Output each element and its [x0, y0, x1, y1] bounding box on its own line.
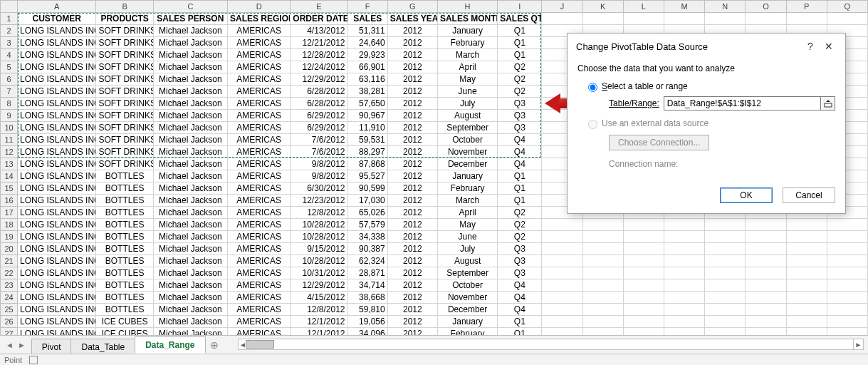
sheet-tab-bar[interactable]: ◄ ► PivotData_TableData_Range ⊕ ◄ ► — [0, 335, 868, 354]
cell[interactable]: 9/15/2012 — [291, 243, 347, 255]
cell[interactable]: Michael Jackson — [153, 86, 227, 98]
cell[interactable]: AMERICAS — [228, 61, 291, 73]
row-header-17[interactable]: 17 — [1, 207, 18, 219]
cell[interactable] — [582, 243, 623, 255]
cell[interactable] — [542, 219, 582, 231]
table-row[interactable]: 1CUSTOMERPRODUCTSSALES PERSONSALES REGIO… — [1, 13, 868, 25]
table-row[interactable]: 24LONG ISLANDS INCBOTTLESMichael Jackson… — [1, 292, 868, 304]
cell[interactable]: Q2 — [498, 61, 542, 73]
cell[interactable]: AMERICAS — [228, 37, 291, 49]
cell[interactable]: AMERICAS — [228, 86, 291, 98]
cell[interactable]: LONG ISLANDS INC — [18, 122, 96, 134]
cell[interactable]: AMERICAS — [228, 182, 291, 195]
cell[interactable] — [705, 304, 746, 316]
cell[interactable]: AMERICAS — [228, 158, 291, 170]
cell[interactable]: 6/29/2012 — [291, 122, 347, 134]
cell[interactable]: BOTTLES — [96, 243, 153, 255]
cell[interactable] — [786, 13, 827, 25]
cell[interactable] — [786, 316, 827, 328]
cancel-button[interactable]: Cancel — [783, 187, 835, 203]
cell[interactable]: AMERICAS — [228, 170, 291, 182]
cell[interactable]: September — [437, 122, 497, 134]
cell[interactable] — [582, 304, 623, 316]
cell[interactable]: Q4 — [498, 304, 542, 316]
cell[interactable] — [746, 243, 786, 255]
cell[interactable] — [582, 13, 623, 25]
cell[interactable]: 24,640 — [347, 37, 387, 49]
cell[interactable]: LONG ISLANDS INC — [18, 49, 96, 61]
hscroll-right-icon[interactable]: ► — [853, 339, 863, 349]
cell[interactable]: 2012 — [387, 158, 437, 170]
cell[interactable]: 59,531 — [347, 134, 387, 146]
cell[interactable]: LONG ISLANDS INC — [18, 267, 96, 279]
cell[interactable]: BOTTLES — [96, 182, 153, 195]
cell[interactable]: May — [437, 73, 497, 86]
cell[interactable]: Q1 — [498, 195, 542, 207]
row-header-13[interactable]: 13 — [1, 158, 18, 170]
cell[interactable]: Q1 — [498, 49, 542, 61]
cell[interactable]: LONG ISLANDS INC — [18, 182, 96, 195]
cell[interactable]: BOTTLES — [96, 304, 153, 316]
cell[interactable]: 66,901 — [347, 61, 387, 73]
column-header-C[interactable]: C — [153, 1, 227, 13]
cell[interactable] — [786, 328, 827, 336]
cell[interactable]: Michael Jackson — [153, 195, 227, 207]
cell[interactable]: 19,056 — [347, 316, 387, 328]
cell[interactable]: LONG ISLANDS INC — [18, 328, 96, 336]
cell[interactable] — [664, 316, 704, 328]
row-header-18[interactable]: 18 — [1, 219, 18, 231]
cell[interactable]: 2012 — [387, 231, 437, 243]
cell[interactable] — [827, 304, 867, 316]
row-header-15[interactable]: 15 — [1, 182, 18, 195]
cell[interactable]: Michael Jackson — [153, 37, 227, 49]
cell[interactable]: 7/6/2012 — [291, 134, 347, 146]
cell[interactable]: Michael Jackson — [153, 304, 227, 316]
cell[interactable]: SOFT DRINKS — [96, 37, 153, 49]
cell[interactable]: 2012 — [387, 316, 437, 328]
cell[interactable]: Q3 — [498, 243, 542, 255]
row-header-2[interactable]: 2 — [1, 25, 18, 37]
cell[interactable] — [582, 316, 623, 328]
cell[interactable] — [664, 13, 704, 25]
cell[interactable]: AMERICAS — [228, 255, 291, 267]
cell[interactable]: Q2 — [498, 86, 542, 98]
cell[interactable]: Michael Jackson — [153, 243, 227, 255]
table-row[interactable]: 19LONG ISLANDS INCBOTTLESMichael Jackson… — [1, 231, 868, 243]
row-header-4[interactable]: 4 — [1, 49, 18, 61]
cell[interactable]: Michael Jackson — [153, 61, 227, 73]
cell[interactable] — [746, 13, 786, 25]
cell[interactable]: 2012 — [387, 73, 437, 86]
cell[interactable]: 2012 — [387, 170, 437, 182]
tab-nav-prev-icon[interactable]: ◄ — [4, 341, 15, 349]
cell[interactable]: 57,650 — [347, 98, 387, 110]
cell[interactable]: LONG ISLANDS INC — [18, 134, 96, 146]
cell[interactable]: 11,910 — [347, 122, 387, 134]
cell[interactable]: 2012 — [387, 267, 437, 279]
cell[interactable]: SOFT DRINKS — [96, 86, 153, 98]
cell[interactable]: AMERICAS — [228, 73, 291, 86]
cell[interactable] — [542, 292, 582, 304]
sheet-tab-data_range[interactable]: Data_Range — [135, 336, 205, 354]
cell[interactable]: 62,324 — [347, 255, 387, 267]
dialog-help-button[interactable]: ? — [801, 39, 820, 53]
cell[interactable] — [786, 267, 827, 279]
cell[interactable] — [664, 267, 704, 279]
cell[interactable]: BOTTLES — [96, 231, 153, 243]
cell[interactable]: LONG ISLANDS INC — [18, 195, 96, 207]
cell[interactable]: Q4 — [498, 158, 542, 170]
cell[interactable]: SOFT DRINKS — [96, 134, 153, 146]
cell[interactable]: Michael Jackson — [153, 25, 227, 37]
column-header-H[interactable]: H — [437, 1, 497, 13]
cell[interactable]: November — [437, 146, 497, 158]
table-row[interactable]: 26LONG ISLANDS INCICE CUBESMichael Jacks… — [1, 316, 868, 328]
row-header-26[interactable]: 26 — [1, 316, 18, 328]
cell[interactable]: Michael Jackson — [153, 279, 227, 292]
cell[interactable]: 38,668 — [347, 292, 387, 304]
cell[interactable]: Q1 — [498, 328, 542, 336]
cell[interactable] — [623, 219, 664, 231]
cell[interactable]: AMERICAS — [228, 146, 291, 158]
cell[interactable] — [786, 243, 827, 255]
cell[interactable] — [664, 231, 704, 243]
cell[interactable]: AMERICAS — [228, 292, 291, 304]
row-header-5[interactable]: 5 — [1, 61, 18, 73]
